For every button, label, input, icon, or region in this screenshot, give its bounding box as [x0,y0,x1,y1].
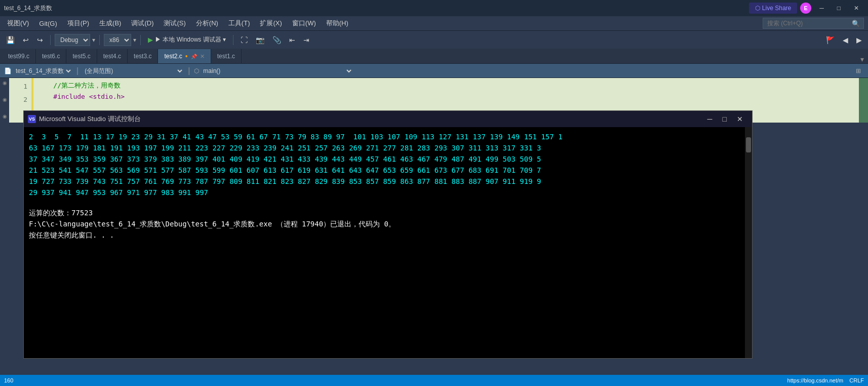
menu-window[interactable]: 窗口(W) [287,17,321,30]
editor-minimap [859,78,868,123]
calc-count-line: 运算的次数：77523 [29,207,740,218]
menu-test[interactable]: 测试(S) [159,17,190,30]
platform-select[interactable]: x86 [104,34,131,46]
debug-minimize-button[interactable]: ─ [702,113,718,125]
menu-project[interactable]: 项目(P) [62,17,94,30]
empty-line [29,198,740,207]
tab-close-button[interactable]: ✕ [200,53,205,60]
separator-1 [50,35,51,45]
save-button[interactable]: 💾 [3,34,18,46]
statusbar-left: 160 [4,377,13,383]
tab-test99[interactable]: test99.c [2,49,36,63]
debug-window-controls: ─ □ ✕ [702,113,748,125]
redo-button[interactable]: ↪ [34,34,46,46]
code-line-1: //第二种方法，用奇数 [37,80,855,91]
output-line-5: 19 727 733 739 743 751 757 761 769 773 7… [29,176,740,187]
user-avatar[interactable]: E [800,3,811,14]
next-bookmark-button[interactable]: ▶ [853,34,865,46]
debug-scroll-thumb[interactable] [746,137,751,152]
preprocessor-text: #include <stdio.h> [37,93,125,100]
undo-button[interactable]: ↩ [20,34,32,46]
camera-button[interactable]: 📷 [253,34,267,46]
bookmark-button[interactable]: ⛶ [238,34,251,46]
titlebar-right: ⬡ Live Share E ─ □ ✕ [749,3,864,14]
nav-separator-2: | [188,66,190,75]
run-debugger-button[interactable]: ▶ ▶ 本地 Windows 调试器 ▾ [145,34,229,45]
attach-button[interactable]: 📎 [269,34,284,46]
search-icon: 🔍 [852,20,860,27]
debug-console-body: 2 3 5 7 11 13 17 19 23 29 31 37 41 43 47… [24,127,752,358]
file-icon: 📄 [4,67,12,74]
file-nav-bar: 📄 test_6_14_求质数 | (全局范围) | ⬡ main() ⊞ [0,64,868,78]
bookmark-indicator-3: ◉ [3,113,7,119]
menu-debug[interactable]: 调试(D) [126,17,159,30]
platform-arrow-icon: ▾ [133,36,136,44]
bookmark-indicator-2: ◉ [3,97,7,102]
debug-console-window: VS Microsoft Visual Studio 调试控制台 ─ □ ✕ 2… [23,110,753,359]
function-icon: ⬡ [194,67,199,74]
encoding-indicator: CRLF [849,377,864,383]
exit-msg-line: F:\C\c-language\test_6_14_求质数\Debug\test… [29,218,740,229]
prev-bookmark-button[interactable]: ◀ [840,34,851,46]
debug-titlebar-left: VS Microsoft Visual Studio 调试控制台 [28,114,141,124]
menu-extensions[interactable]: 扩展(X) [255,17,287,30]
line-num-1: 1 [9,80,31,93]
separator-4 [233,35,233,45]
activity-bar: ◉ ◉ ◉ [0,78,9,123]
liveshare-button[interactable]: ⬡ Live Share [749,3,797,14]
minimize-button[interactable]: ─ [814,3,829,14]
statusbar-right: https://blog.csdn.net/m CRLF [787,377,864,383]
liveshare-icon: ⬡ [755,5,760,12]
output-line-1: 2 3 5 7 11 13 17 19 23 29 31 37 41 43 47… [29,131,740,142]
menu-view[interactable]: 视图(V) [2,17,34,30]
tab-test5[interactable]: test5.c [66,49,97,63]
outdent-button[interactable]: ⇥ [300,34,312,46]
menubar: 视图(V) Git(G) 项目(P) 生成(B) 调试(D) 测试(S) 分析(… [0,16,868,30]
debug-console-title: Microsoft Visual Studio 调试控制台 [39,114,141,124]
menu-help[interactable]: 帮助(H) [321,17,353,30]
debug-config-select[interactable]: Debug [55,34,90,46]
toolbar: 💾 ↩ ↪ Debug ▾ x86 ▾ ▶ ▶ 本地 Windows 调试器 ▾… [0,30,868,49]
separator-3 [140,35,141,45]
debug-close-button[interactable]: ✕ [732,113,748,125]
output-line-6: 29 937 941 947 953 967 971 977 983 991 9… [29,187,740,198]
config-arrow-icon: ▾ [92,36,95,44]
output-line-3: 37 347 349 353 359 367 373 379 383 389 3… [29,153,740,165]
separator-2 [99,35,100,45]
vs-icon: VS [28,115,36,123]
line-number-status: 160 [4,377,13,383]
bookmark-indicator: ◉ [3,80,7,86]
statusbar: 160 https://blog.csdn.net/m CRLF [0,375,868,386]
debug-output[interactable]: 2 3 5 7 11 13 17 19 23 29 31 37 41 43 47… [24,127,745,358]
tab-test6[interactable]: test6.c [36,49,66,63]
close-button[interactable]: ✕ [849,3,864,14]
output-line-4: 21 523 541 547 557 563 569 571 577 587 5… [29,165,740,176]
menu-build[interactable]: 生成(B) [94,17,126,30]
csdn-link[interactable]: https://blog.csdn.net/m [787,377,844,383]
search-input[interactable] [763,18,864,29]
menu-tools[interactable]: 工具(T) [223,17,255,30]
expand-icon[interactable]: ⊞ [853,66,864,76]
scope-select[interactable]: (全局范围) [83,65,184,76]
debug-scrollbar[interactable] [745,127,752,358]
tab-modified-indicator: • [185,52,188,60]
indent-button[interactable]: ⇤ [286,34,298,46]
maximize-button[interactable]: □ [832,3,846,14]
tabs-overflow-button[interactable]: ▾ [856,55,868,63]
tab-test4[interactable]: test4.c [97,49,128,63]
menu-analyze[interactable]: 分析(N) [191,17,223,30]
tab-test1[interactable]: test1.c [211,49,242,63]
pin-icon: 📌 [191,54,197,59]
debug-console-titlebar: VS Microsoft Visual Studio 调试控制台 ─ □ ✕ [24,111,752,127]
flag-button[interactable]: 🚩 [823,34,838,46]
nav-separator-1: | [76,66,78,75]
function-select[interactable]: main() [201,65,353,76]
menu-git[interactable]: Git(G) [34,18,62,29]
tab-test3[interactable]: test3.c [128,49,158,63]
liveshare-label: Live Share [762,5,791,12]
comment-text: //第二种方法，用奇数 [37,82,121,89]
debug-maximize-button[interactable]: □ [718,113,732,125]
tab-test2[interactable]: test2.c • 📌 ✕ [158,49,211,63]
titlebar-left: test_6_14_求质数 [4,4,52,13]
project-select[interactable]: test_6_14_求质数 [14,65,72,76]
